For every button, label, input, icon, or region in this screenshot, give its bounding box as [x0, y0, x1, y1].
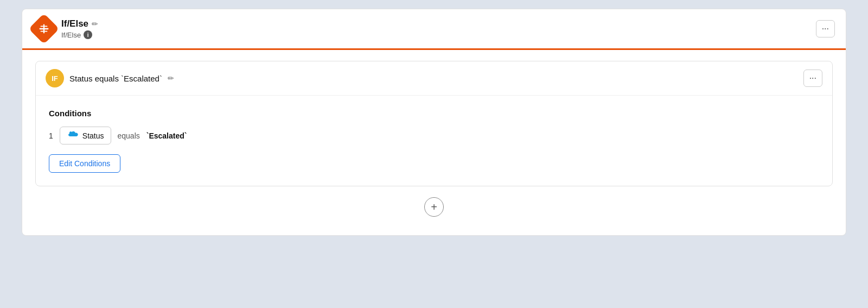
- add-btn-container: +: [35, 197, 833, 222]
- card-header-left: If/Else ✏ If/Else i: [33, 18, 98, 40]
- if-else-icon: [29, 14, 60, 45]
- inner-section: IF Status equals `Escalated` ✏ ··· Condi…: [22, 50, 846, 235]
- condition-operator: equals: [118, 131, 140, 140]
- condition-value: `Escalated`: [146, 131, 187, 140]
- condition-field-label: Status: [82, 131, 104, 140]
- header-more-button[interactable]: ···: [816, 20, 835, 37]
- main-card: If/Else ✏ If/Else i ··· IF Status equals…: [22, 9, 846, 236]
- condition-number: 1: [49, 131, 53, 140]
- condition-row: 1 Status equals `Escalated`: [49, 127, 819, 144]
- header-title-group: If/Else ✏ If/Else i: [61, 18, 98, 39]
- canvas: If/Else ✏ If/Else i ··· IF Status equals…: [22, 9, 846, 299]
- header-title: If/Else: [61, 18, 88, 29]
- if-badge: IF: [46, 69, 64, 87]
- if-block-title: Status equals `Escalated`: [69, 74, 162, 83]
- header-title-row: If/Else ✏: [61, 18, 98, 29]
- salesforce-icon: [67, 130, 79, 141]
- header-edit-icon[interactable]: ✏: [92, 20, 98, 28]
- edit-conditions-button[interactable]: Edit Conditions: [49, 154, 120, 173]
- header-subtitle-row: If/Else i: [61, 30, 98, 39]
- condition-field: Status: [60, 127, 111, 144]
- if-block-more-button[interactable]: ···: [803, 70, 822, 87]
- info-badge[interactable]: i: [84, 30, 92, 39]
- conditions-title: Conditions: [49, 109, 819, 118]
- if-block-card: IF Status equals `Escalated` ✏ ··· Condi…: [35, 61, 833, 186]
- add-button[interactable]: +: [424, 197, 444, 217]
- header-subtitle: If/Else: [61, 31, 81, 39]
- if-block-header: IF Status equals `Escalated` ✏ ···: [36, 61, 832, 96]
- if-block-header-left: IF Status equals `Escalated` ✏: [46, 69, 174, 87]
- conditions-panel: Conditions 1 Status equals `Es: [36, 96, 832, 186]
- if-block-edit-icon[interactable]: ✏: [168, 74, 174, 83]
- card-header: If/Else ✏ If/Else i ···: [22, 9, 846, 48]
